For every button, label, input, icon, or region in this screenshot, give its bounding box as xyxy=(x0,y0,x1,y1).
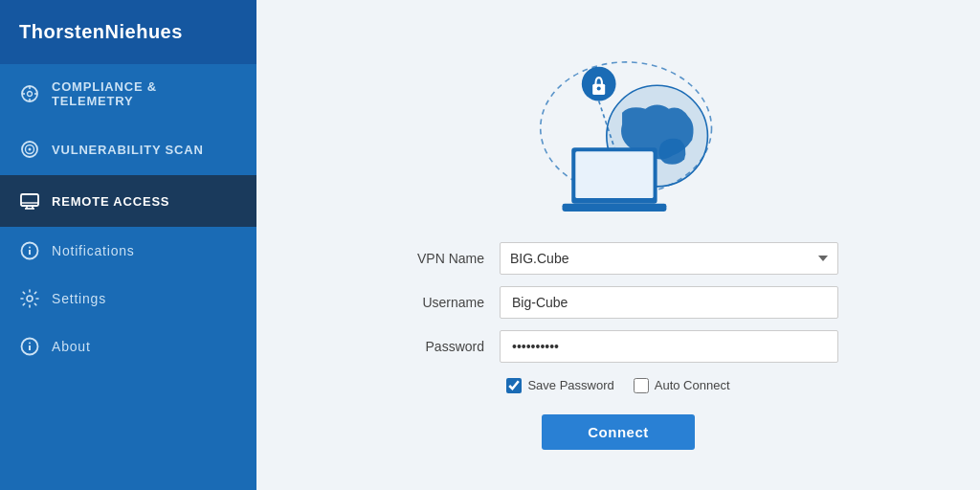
svg-rect-26 xyxy=(563,203,667,211)
auto-connect-label: Auto Connect xyxy=(655,378,730,392)
password-row: Password xyxy=(398,330,838,363)
password-label: Password xyxy=(398,339,484,354)
sidebar: ThorstenNiehues COMPLIANCE & TELEMETRY V… xyxy=(0,0,256,490)
sidebar-item-compliance-label: COMPLIANCE & TELEMETRY xyxy=(52,79,237,108)
sidebar-item-vulnerability-label: VULNERABILITY SCAN xyxy=(52,143,204,157)
clock-icon xyxy=(19,83,40,104)
sidebar-item-notifications-label: Notifications xyxy=(52,243,135,258)
save-password-checkbox[interactable] xyxy=(506,378,522,393)
auto-connect-checkbox[interactable] xyxy=(634,378,649,393)
main-content: VPN Name BIG.Cube Other VPN Username Pas… xyxy=(256,0,980,490)
sidebar-item-remote-access[interactable]: REMOTE ACCESS xyxy=(0,175,256,227)
save-password-group: Save Password xyxy=(506,378,613,393)
auto-connect-group: Auto Connect xyxy=(634,378,730,393)
svg-rect-9 xyxy=(21,194,38,206)
username-row: Username xyxy=(398,286,838,319)
sidebar-item-notifications[interactable]: Notifications xyxy=(0,227,256,275)
sidebar-item-remote-access-label: REMOTE ACCESS xyxy=(52,194,169,209)
sidebar-item-settings[interactable]: Settings xyxy=(0,275,256,323)
gear-icon xyxy=(19,288,40,309)
sidebar-item-settings-label: Settings xyxy=(52,291,106,306)
svg-point-20 xyxy=(29,343,31,345)
vpn-illustration xyxy=(494,41,743,223)
sidebar-header: ThorstenNiehues xyxy=(0,0,256,64)
username-label: Username xyxy=(398,295,484,310)
info-circle-icon xyxy=(19,240,40,261)
app-title: ThorstenNiehues xyxy=(19,21,183,42)
target-icon xyxy=(19,139,40,160)
svg-point-17 xyxy=(27,296,33,301)
svg-point-1 xyxy=(28,92,33,97)
svg-rect-25 xyxy=(575,151,653,198)
sidebar-item-about[interactable]: About xyxy=(0,323,256,370)
form-area: VPN Name BIG.Cube Other VPN Username Pas… xyxy=(398,242,838,450)
save-password-label: Save Password xyxy=(527,378,613,392)
sidebar-item-vulnerability[interactable]: VULNERABILITY SCAN xyxy=(0,123,256,175)
username-input[interactable] xyxy=(500,286,838,319)
svg-point-8 xyxy=(29,148,32,151)
vpn-name-select[interactable]: BIG.Cube Other VPN xyxy=(500,242,838,275)
svg-point-16 xyxy=(29,247,31,249)
sidebar-item-about-label: About xyxy=(52,339,91,354)
password-input[interactable] xyxy=(500,330,838,363)
info-icon xyxy=(19,336,40,357)
sidebar-item-compliance[interactable]: COMPLIANCE & TELEMETRY xyxy=(0,64,256,123)
vpn-name-label: VPN Name xyxy=(398,251,484,266)
monitor-icon xyxy=(19,190,40,212)
svg-point-29 xyxy=(597,86,601,90)
connect-button[interactable]: Connect xyxy=(542,414,695,450)
vpn-name-row: VPN Name BIG.Cube Other VPN xyxy=(398,242,838,275)
options-row: Save Password Auto Connect xyxy=(398,378,838,393)
